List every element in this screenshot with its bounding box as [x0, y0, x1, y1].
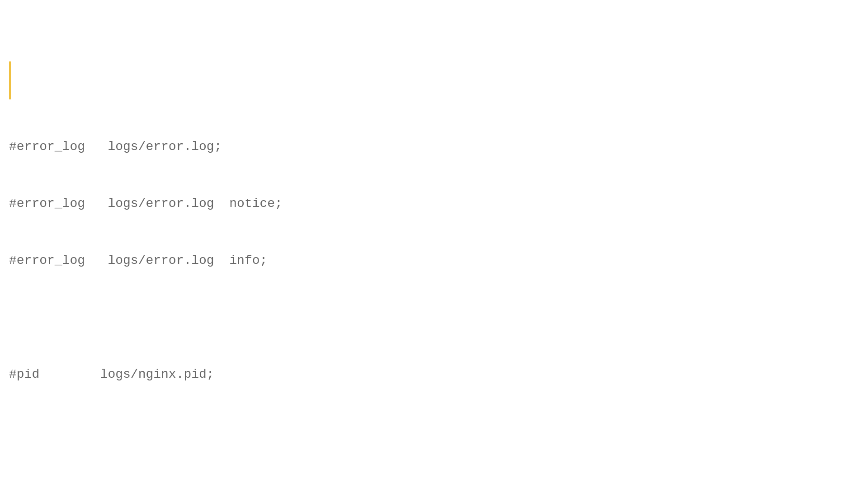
code-line-1: #error_log logs/error.log; [9, 137, 859, 156]
code-editor: #error_log logs/error.log; #error_log lo… [0, 0, 868, 488]
code-line-6 [9, 422, 859, 441]
code-line-5: #pid logs/nginx.pid; [9, 365, 859, 384]
code-line-4 [9, 308, 859, 327]
code-line-7 [9, 479, 859, 488]
code-line-3: #error_log logs/error.log info; [9, 251, 859, 270]
code-line-2: #error_log logs/error.log notice; [9, 194, 859, 213]
